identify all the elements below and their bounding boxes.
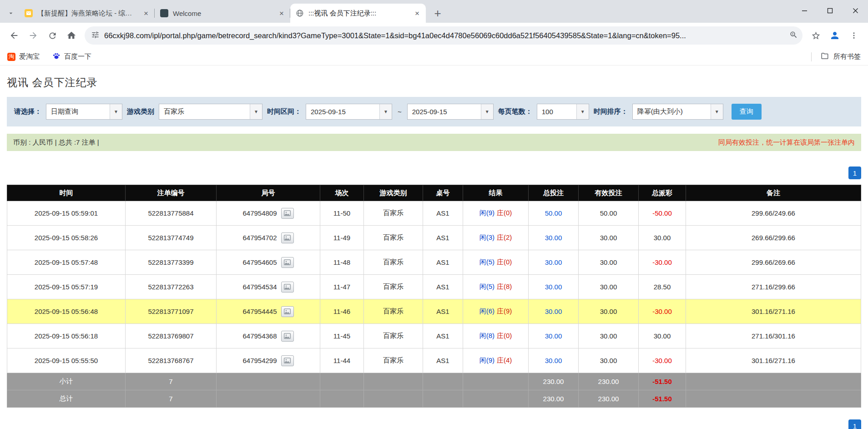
table-row: 2025-09-15 05:57:48 522813773399 6479546… [7, 250, 861, 275]
tab-welcome[interactable]: Welcome × [155, 4, 290, 23]
cell-valid-bet: 30.00 [579, 324, 639, 348]
cell-session: 11-46 [320, 299, 364, 324]
subtotal-valid-bet: 230.00 [579, 373, 639, 390]
empty-cell [217, 390, 320, 408]
cell-table-number: AS1 [423, 348, 463, 373]
query-type-select[interactable]: 日期查询 ▼ [46, 104, 122, 120]
round-result-image-icon[interactable] [281, 208, 294, 219]
result-player: 闲(5) [479, 283, 495, 290]
round-number: 647954809 [242, 209, 277, 217]
forward-button[interactable] [24, 26, 43, 45]
new-tab-button[interactable]: + [429, 5, 446, 21]
total-payout: -51.50 [639, 390, 686, 408]
back-button[interactable] [5, 26, 24, 45]
cell-session: 11-44 [320, 348, 364, 373]
cell-total-bet[interactable]: 30.00 [529, 324, 579, 348]
cell-bet-id: 522813773399 [126, 250, 217, 275]
table-row: 2025-09-15 05:56:18 522813769807 6479543… [7, 324, 861, 348]
cell-table-number: AS1 [423, 299, 463, 324]
cell-valid-bet: 30.00 [579, 250, 639, 275]
cell-round: 647954299 [217, 348, 320, 373]
cell-note: 271.16/299.66 [686, 275, 861, 299]
pagination-top: 1 [7, 167, 861, 179]
bookmark-baidu[interactable]: 百度一下 [52, 52, 91, 61]
profile-icon[interactable] [825, 26, 844, 45]
empty-cell [320, 373, 364, 390]
sort-order-select[interactable]: 降幂(由大到小) ▼ [632, 104, 723, 120]
cell-time: 2025-09-15 05:57:48 [7, 250, 126, 275]
tab-close-icon[interactable]: × [141, 8, 151, 18]
tab-close-icon[interactable]: × [277, 8, 287, 18]
cell-total-bet[interactable]: 30.00 [529, 226, 579, 250]
cell-total-bet[interactable]: 30.00 [529, 275, 579, 299]
round-result-image-icon[interactable] [281, 331, 294, 342]
menu-kebab-icon[interactable] [844, 26, 863, 45]
cell-bet-id: 522813774749 [126, 226, 217, 250]
home-button[interactable] [62, 26, 81, 45]
page-size-select[interactable]: 100 ▼ [537, 104, 589, 120]
page-number-button[interactable]: 1 [848, 419, 861, 429]
bookmark-label: 百度一下 [64, 52, 91, 61]
cell-payout: 30.00 [639, 226, 686, 250]
cell-game-type: 百家乐 [364, 250, 423, 275]
subtotal-label: 小计 [7, 373, 126, 390]
all-bookmarks-label: 所有书签 [833, 52, 861, 61]
tab-strip: 【新提醒】海燕策略论坛 - 综合… × Welcome × :::视讯 会员下注… [0, 0, 868, 23]
tab-close-icon[interactable]: × [412, 8, 422, 18]
subtotal-total-bet: 230.00 [529, 373, 579, 390]
total-count: 7 [126, 390, 217, 408]
all-bookmarks[interactable]: 所有书签 [811, 52, 861, 61]
window-minimize-button[interactable] [792, 0, 817, 21]
search-button[interactable]: 查询 [732, 104, 762, 120]
chevron-down-icon: ▼ [481, 104, 493, 119]
summary-bar: 币别 : 人民币 | 总共 :7 注单 | 同局有效投注，统一计算在该局第一张注… [7, 134, 861, 151]
tab-forum[interactable]: 【新提醒】海燕策略论坛 - 综合… × [19, 4, 155, 23]
round-result-image-icon[interactable] [281, 306, 294, 317]
cell-time: 2025-09-15 05:58:26 [7, 226, 126, 250]
cell-bet-id: 522813772263 [126, 275, 217, 299]
date-to-select[interactable]: 2025-09-15 ▼ [407, 104, 494, 120]
cell-result: 闲(6)庄(9) [463, 299, 529, 324]
round-number: 647954534 [242, 283, 277, 291]
forum-favicon-icon [25, 9, 33, 17]
game-type-select[interactable]: 百家乐 ▼ [159, 104, 262, 120]
cell-result: 闲(3)庄(2) [463, 226, 529, 250]
bookmark-star-icon[interactable] [806, 26, 825, 45]
page-number-button[interactable]: 1 [848, 167, 861, 179]
round-result-image-icon[interactable] [281, 232, 294, 243]
tab-bet-record[interactable]: :::视讯 会员下注纪录::: × [290, 4, 426, 23]
cell-game-type: 百家乐 [364, 226, 423, 250]
cell-time: 2025-09-15 05:56:48 [7, 299, 126, 324]
total-valid-bet: 230.00 [579, 390, 639, 408]
empty-cell [423, 373, 463, 390]
round-result-image-icon[interactable] [281, 257, 294, 268]
cell-total-bet[interactable]: 30.00 [529, 348, 579, 373]
taobao-icon: 淘 [7, 53, 15, 61]
cell-total-bet[interactable]: 50.00 [529, 201, 579, 226]
column-header: 总投注 [529, 185, 579, 201]
date-from-select[interactable]: 2025-09-15 ▼ [306, 104, 392, 120]
table-row: 2025-09-15 05:57:19 522813772263 6479545… [7, 275, 861, 299]
window-maximize-button[interactable] [817, 0, 843, 21]
zoom-icon[interactable] [789, 30, 798, 41]
cell-total-bet[interactable]: 30.00 [529, 299, 579, 324]
round-result-image-icon[interactable] [281, 355, 294, 366]
address-bar[interactable]: 66cxkj98.com/ipl/portal.php/game/betreco… [85, 26, 802, 45]
site-settings-icon[interactable] [91, 30, 100, 41]
cell-round: 647954702 [217, 226, 320, 250]
cell-game-type: 百家乐 [364, 201, 423, 226]
chevron-down-icon[interactable] [3, 4, 19, 23]
cell-note: 299.66/249.66 [686, 201, 861, 226]
reload-button[interactable] [43, 26, 62, 45]
bookmark-taobao[interactable]: 淘 爱淘宝 [7, 52, 40, 61]
page-title: 视讯 会员下注纪录 [7, 76, 861, 90]
round-result-image-icon[interactable] [281, 282, 294, 293]
window-close-button[interactable] [843, 0, 868, 21]
cell-payout: -30.00 [639, 348, 686, 373]
cell-total-bet[interactable]: 30.00 [529, 250, 579, 275]
subtotal-count: 7 [126, 373, 217, 390]
empty-cell [686, 390, 861, 408]
cell-session: 11-47 [320, 275, 364, 299]
column-header: 有效投注 [579, 185, 639, 201]
summary-left-text: 币别 : 人民币 | 总共 :7 注单 | [13, 138, 99, 147]
